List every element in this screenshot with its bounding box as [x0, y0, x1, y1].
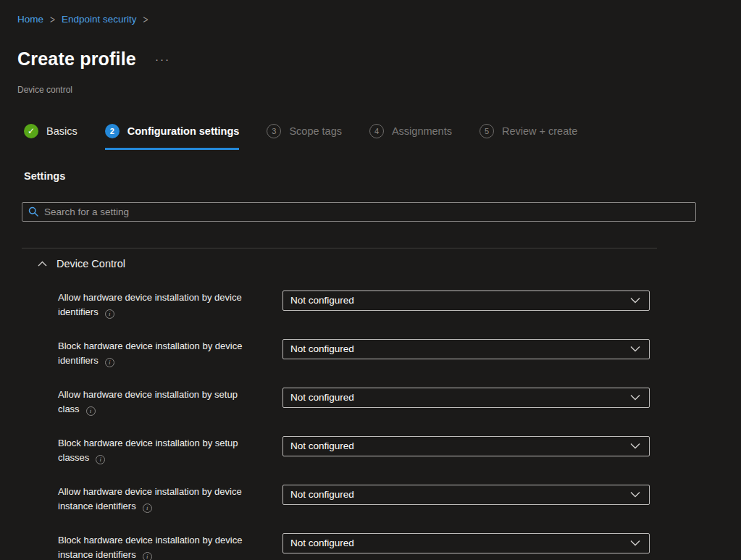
setting-row: Allow hardware device installation by de…	[58, 291, 741, 319]
wizard-step-basics[interactable]: ✓ Basics	[24, 124, 78, 150]
create-profile-page: Home > Endpoint security > Create profil…	[0, 0, 741, 560]
dropdown-selected-value: Not configured	[290, 440, 354, 451]
setting-label: Allow hardware device installation by de…	[58, 291, 254, 319]
setting-label: Block hardware device installation by se…	[58, 436, 254, 465]
page-subtitle: Device control	[17, 85, 741, 95]
setting-dropdown[interactable]: Not configured	[282, 436, 650, 456]
settings-search-box	[22, 202, 696, 222]
wizard-step-scope-tags[interactable]: 3 Scope tags	[267, 124, 342, 150]
setting-row: Block hardware device installation by de…	[58, 339, 741, 368]
step-label: Scope tags	[289, 125, 342, 137]
breadcrumb-link[interactable]: Endpoint security	[62, 14, 137, 25]
wizard-step-review-create[interactable]: 5 Review + create	[480, 124, 577, 150]
step-label: Review + create	[502, 125, 577, 137]
info-icon[interactable]: i	[105, 309, 114, 319]
setting-row: Block hardware device installation by de…	[58, 533, 741, 560]
wizard-step-configuration-settings[interactable]: 2 Configuration settings	[105, 124, 240, 150]
step-label: Configuration settings	[127, 125, 240, 137]
wizard-steps: ✓ Basics 2 Configuration settings 3 Scop…	[24, 124, 741, 150]
dropdown-selected-value: Not configured	[290, 392, 354, 403]
settings-rows: Allow hardware device installation by de…	[58, 291, 741, 560]
check-icon: ✓	[24, 124, 38, 138]
chevron-down-icon	[630, 394, 640, 401]
search-input[interactable]	[44, 206, 690, 217]
setting-label: Block hardware device installation by de…	[58, 339, 254, 368]
settings-heading: Settings	[24, 170, 741, 182]
step-number-badge: 2	[105, 124, 120, 138]
section-divider	[22, 248, 657, 248]
more-options-icon[interactable]: ···	[155, 56, 170, 63]
dropdown-selected-value: Not configured	[290, 295, 354, 306]
setting-label-text: Block hardware device installation by se…	[58, 438, 238, 463]
info-icon[interactable]: i	[105, 358, 114, 367]
page-title: Create profile	[17, 48, 136, 70]
info-icon[interactable]: i	[143, 552, 152, 560]
dropdown-selected-value: Not configured	[290, 489, 354, 500]
breadcrumb-separator-icon: >	[143, 12, 148, 27]
chevron-down-icon	[630, 346, 640, 352]
chevron-up-icon	[38, 261, 47, 267]
chevron-down-icon	[630, 540, 640, 546]
info-icon[interactable]: i	[96, 455, 105, 464]
setting-dropdown[interactable]: Not configured	[282, 388, 650, 408]
chevron-down-icon	[630, 491, 640, 498]
step-label: Assignments	[392, 125, 452, 137]
setting-row: Allow hardware device installation by se…	[58, 388, 741, 417]
step-label: Basics	[46, 125, 78, 137]
setting-label: Allow hardware device installation by se…	[58, 388, 254, 417]
setting-label-text: Allow hardware device installation by se…	[58, 389, 238, 414]
setting-label: Block hardware device installation by de…	[58, 533, 254, 560]
breadcrumb-separator-icon: >	[50, 12, 55, 27]
breadcrumb-link[interactable]: Home	[17, 14, 43, 25]
info-icon[interactable]: i	[143, 503, 152, 513]
setting-dropdown[interactable]: Not configured	[282, 485, 650, 505]
wizard-step-assignments[interactable]: 4 Assignments	[369, 124, 452, 150]
setting-row: Block hardware device installation by se…	[58, 436, 741, 465]
step-number-badge: 4	[369, 124, 384, 138]
breadcrumb: Home > Endpoint security >	[17, 14, 741, 25]
section-title: Device Control	[56, 258, 125, 269]
step-number-badge: 5	[480, 124, 494, 138]
setting-label: Allow hardware device installation by de…	[58, 485, 254, 514]
search-icon	[28, 206, 38, 217]
chevron-down-icon	[630, 297, 640, 304]
setting-row: Allow hardware device installation by de…	[58, 485, 741, 514]
setting-label-text: Allow hardware device installation by de…	[58, 292, 242, 317]
setting-label-text: Block hardware device installation by de…	[58, 340, 242, 366]
setting-dropdown[interactable]: Not configured	[282, 533, 650, 553]
dropdown-selected-value: Not configured	[290, 343, 354, 354]
step-number-badge: 3	[267, 124, 281, 138]
dropdown-selected-value: Not configured	[290, 538, 354, 548]
setting-dropdown[interactable]: Not configured	[282, 291, 650, 311]
chevron-down-icon	[630, 443, 640, 449]
info-icon[interactable]: i	[86, 406, 96, 416]
setting-dropdown[interactable]: Not configured	[282, 339, 650, 359]
section-header-device-control[interactable]: Device Control	[38, 258, 741, 269]
